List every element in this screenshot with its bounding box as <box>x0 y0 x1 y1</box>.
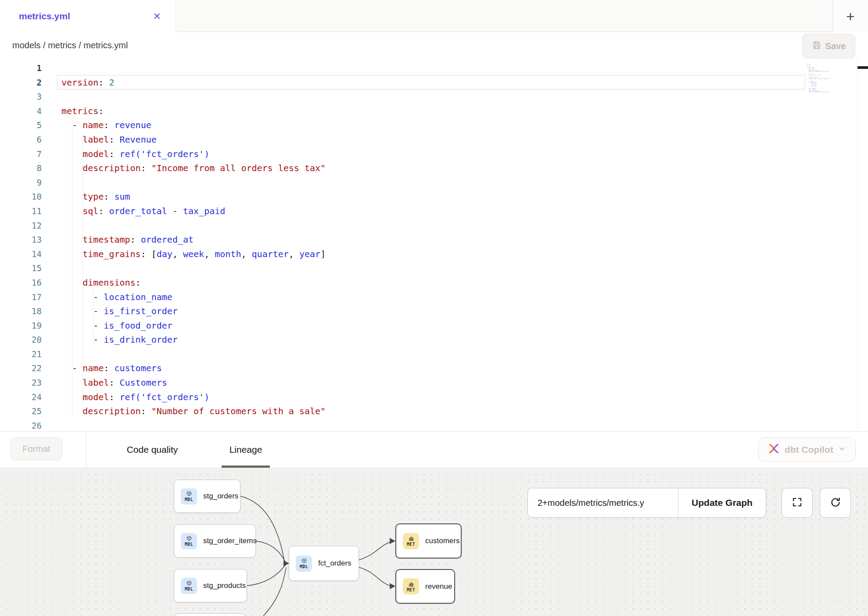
code-line-1[interactable]: 1 <box>0 61 868 75</box>
overview-ruler <box>857 59 868 431</box>
code-line-18[interactable]: 18 - is_first_order <box>0 304 868 319</box>
line-number: 7 <box>0 147 42 161</box>
file-header-row: models / metrics / metrics.yml Save <box>0 32 868 59</box>
code-editor[interactable]: 12version: 234metrics:5 - name: revenue6… <box>0 59 868 431</box>
lineage-filter-input[interactable] <box>528 488 678 517</box>
node-label: customers <box>425 537 459 545</box>
line-number: 22 <box>0 361 42 376</box>
line-number: 25 <box>0 404 42 419</box>
line-number: 19 <box>0 319 42 333</box>
lineage-node-offscreen-node[interactable]: MDL <box>174 613 246 616</box>
code-line-22[interactable]: 22 - name: customers <box>0 361 868 376</box>
code-line-14[interactable]: 14 time_grains: [day, week, month, quart… <box>0 247 868 261</box>
minimap-code: version: 2metrics: - name: revenue label… <box>807 62 857 94</box>
code-line-11[interactable]: 11 sql: order_total - tax_paid <box>0 204 868 218</box>
save-button[interactable]: Save <box>802 34 855 58</box>
lineage-filter-box: Update Graph <box>527 488 766 518</box>
cube-icon: MDL <box>181 578 197 594</box>
tab-strip: metrics.yml × + <box>0 0 868 32</box>
line-number: 21 <box>0 347 42 362</box>
line-number: 3 <box>0 90 42 104</box>
dbt-copilot-label: dbt Copilot <box>785 444 833 455</box>
tab-title: metrics.yml <box>19 11 70 21</box>
save-label: Save <box>825 41 846 51</box>
line-number: 1 <box>0 61 42 75</box>
line-number: 24 <box>0 390 42 405</box>
line-number: 11 <box>0 204 42 218</box>
close-icon[interactable]: × <box>154 10 161 22</box>
code-line-10[interactable]: 10 type: sum <box>0 190 868 204</box>
code-line-4[interactable]: 4metrics: <box>0 104 868 118</box>
code-line-19[interactable]: 19 - is_food_order <box>0 319 868 333</box>
code-line-13[interactable]: 13 timestamp: ordered_at <box>0 233 868 247</box>
node-label: stg_products <box>203 581 246 590</box>
minimap[interactable]: version: 2metrics: - name: revenue label… <box>807 62 857 124</box>
line-number: 10 <box>0 190 42 204</box>
line-number: 17 <box>0 290 42 304</box>
code-line-6[interactable]: 6 label: Revenue <box>0 133 868 147</box>
lineage-canvas[interactable]: MDLstg_ordersMDLstg_order_itemsMDLstg_pr… <box>0 468 868 616</box>
code-line-25[interactable]: 25 description: "Number of customers wit… <box>0 404 868 419</box>
fullscreen-icon <box>791 496 803 509</box>
new-tab-button[interactable]: + <box>832 0 868 32</box>
code-line-9[interactable]: 9 <box>0 175 868 190</box>
code-line-26[interactable]: 26 <box>0 419 868 431</box>
lineage-node-revenue[interactable]: METrevenue <box>395 569 455 604</box>
code-line-17[interactable]: 17 - location_name <box>0 290 868 304</box>
fullscreen-button[interactable] <box>782 488 813 518</box>
code-line-7[interactable]: 7 model: ref('fct_orders') <box>0 147 868 161</box>
save-icon <box>812 40 821 52</box>
refresh-button[interactable] <box>820 488 851 518</box>
toolbar-divider <box>86 432 86 468</box>
code-lines[interactable]: 12version: 234metrics:5 - name: revenue6… <box>0 59 868 431</box>
line-number: 18 <box>0 304 42 319</box>
line-number: 13 <box>0 233 42 247</box>
code-line-12[interactable]: 12 <box>0 218 868 233</box>
code-line-23[interactable]: 23 label: Customers <box>0 376 868 390</box>
tab-lineage[interactable]: Lineage <box>214 432 278 468</box>
lineage-node-customers[interactable]: METcustomers <box>395 523 462 559</box>
line-number: 2 <box>0 75 42 90</box>
tab-metrics-yml[interactable]: metrics.yml × <box>0 0 176 32</box>
line-number: 12 <box>0 218 42 233</box>
lineage-node-stg_products[interactable]: MDLstg_products <box>174 569 247 602</box>
lineage-node-stg_order_items[interactable]: MDLstg_order_items <box>174 524 256 558</box>
node-label: fct_orders <box>318 559 352 568</box>
dbt-copilot-button[interactable]: dbt Copilot <box>758 437 856 462</box>
line-number: 9 <box>0 175 42 190</box>
line-number: 6 <box>0 133 42 147</box>
node-label: stg_orders <box>203 492 238 501</box>
line-number: 5 <box>0 118 42 133</box>
line-number: 15 <box>0 261 42 276</box>
lineage-controls: Update Graph <box>527 488 851 518</box>
line-number: 14 <box>0 247 42 261</box>
refresh-icon <box>829 496 842 510</box>
line-number: 20 <box>0 333 42 347</box>
node-label: stg_order_items <box>203 537 257 545</box>
lineage-node-fct_orders[interactable]: MDLfct_orders <box>289 546 359 581</box>
code-line-5[interactable]: 5 - name: revenue <box>0 118 868 133</box>
cube-icon: MDL <box>296 555 312 572</box>
code-line-21[interactable]: 21 <box>0 347 868 362</box>
line-number: 4 <box>0 104 42 118</box>
dbt-copilot-icon <box>768 443 780 457</box>
line-number: 16 <box>0 276 42 290</box>
lineage-node-stg_orders[interactable]: MDLstg_orders <box>174 480 240 513</box>
code-line-15[interactable]: 15 <box>0 261 868 276</box>
tab-code-quality[interactable]: Code quality <box>115 432 190 468</box>
code-line-24[interactable]: 24 model: ref('fct_orders') <box>0 390 868 405</box>
code-line-2[interactable]: 2version: 2 <box>0 75 868 90</box>
editor-toolbar: Format Code quality Lineage dbt Copilot <box>0 431 868 468</box>
format-button[interactable]: Format <box>11 437 62 460</box>
code-line-3[interactable]: 3 <box>0 90 868 104</box>
tabbar-empty-space <box>176 0 832 32</box>
node-label: revenue <box>425 582 452 591</box>
cube-icon: MDL <box>181 488 197 505</box>
bar-chart-icon: MET <box>403 533 419 549</box>
cube-icon: MDL <box>181 533 197 549</box>
update-graph-button[interactable]: Update Graph <box>678 488 766 517</box>
code-line-20[interactable]: 20 - is_drink_order <box>0 333 868 347</box>
code-line-8[interactable]: 8 description: "Income from all orders l… <box>0 161 868 175</box>
ruler-cursor-mark <box>857 66 868 69</box>
code-line-16[interactable]: 16 dimensions: <box>0 276 868 290</box>
